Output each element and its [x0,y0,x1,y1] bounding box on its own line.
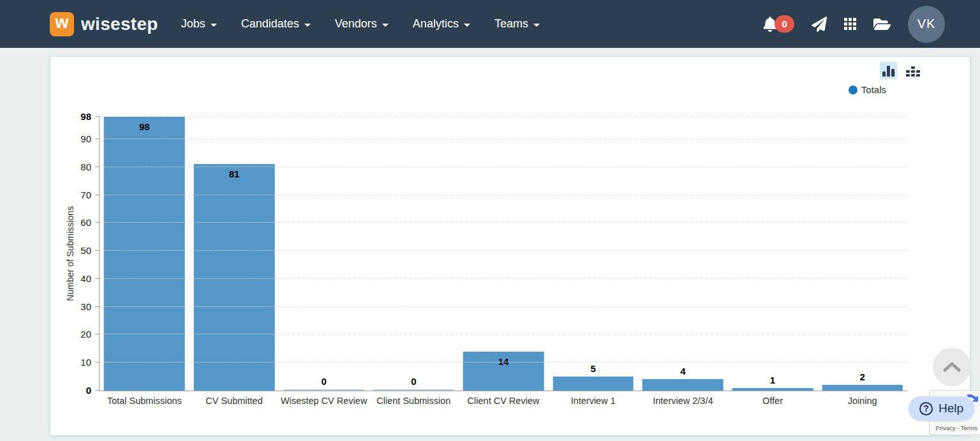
chevron-down-icon [211,24,217,27]
bar-slot: 1Offer [728,117,818,391]
submissions-chart-card: Totals Number of Submissions 98Total Sub… [50,56,970,436]
y-tick-label: 90 [80,133,91,145]
bar-value-label: 0 [411,376,416,387]
stacked-chart-icon [906,66,920,77]
user-avatar[interactable]: VK [908,6,945,43]
gridline [100,222,907,223]
y-tick-label: 40 [80,273,91,285]
send-button[interactable] [812,17,827,32]
y-tick-label: 80 [80,161,91,173]
bar[interactable] [822,385,903,391]
help-button-label: Help [939,401,963,415]
gridline [100,167,907,167]
bar-value-label: 98 [139,121,150,132]
y-tick-mark [95,116,100,117]
bar[interactable] [553,377,634,391]
help-button[interactable]: ? Help [909,396,974,421]
plot-area: Number of Submissions 98Total Submission… [100,117,907,391]
menu-item-vendors[interactable]: Vendors [323,0,401,48]
y-tick-label: 98 [80,111,91,123]
menu-item-label: Jobs [181,17,205,31]
menu-item-label: Vendors [335,17,377,31]
gridline [100,250,907,251]
y-tick-mark [95,306,100,307]
recaptcha-terms-links[interactable]: Privacy - Terms [930,424,980,431]
menu-item-label: Candidates [241,17,299,31]
folder-open-icon [873,17,891,32]
stacked-chart-view-button[interactable] [903,62,923,79]
x-axis-label: Client Submission [376,396,450,406]
legend-dot-icon [849,86,858,94]
chevron-down-icon [464,24,470,27]
y-tick-label: 0 [86,385,91,396]
scroll-to-top-button[interactable] [933,348,971,386]
notifications-button[interactable]: 0 [763,15,794,33]
menu-item-candidates[interactable]: Candidates [229,0,323,48]
gridline [100,362,907,363]
legend-item-totals[interactable]: Totals [849,84,886,95]
chevron-up-icon [943,361,961,373]
y-tick-mark [95,167,100,167]
menu-item-analytics[interactable]: Analytics [401,0,482,48]
y-tick-mark [95,390,100,391]
gridline [100,334,907,334]
bar[interactable] [104,117,185,391]
x-axis-label: Joining [848,396,877,406]
x-axis-label: CV Submitted [205,396,262,406]
y-tick-mark [95,334,100,334]
x-axis-label: Client CV Review [468,396,540,406]
menu-item-teams[interactable]: Teams [482,0,552,48]
y-tick-label: 50 [80,245,91,257]
chevron-down-icon [382,24,389,27]
bar-slot: 0Client Submission [369,117,459,391]
main-menu: Jobs Candidates Vendors Analytics Teams [169,0,552,48]
files-button[interactable] [873,17,891,32]
menu-item-jobs[interactable]: Jobs [169,0,229,48]
bar-slot: 0Wisestep CV Review [279,117,369,391]
question-mark-icon: ? [919,402,933,415]
gridline [100,195,907,195]
bar-slot: 14Client CV Review [459,117,549,391]
bar[interactable] [194,164,275,391]
y-tick-mark [95,138,100,139]
bar-slot: 98Total Submissions [100,117,189,391]
bar[interactable] [283,389,364,391]
bar[interactable] [373,389,454,391]
y-axis-title-wrap: Number of Submissions [64,117,77,391]
legend-label: Totals [861,84,886,95]
y-tick-label: 30 [80,301,91,313]
gridline [100,138,907,139]
bar-value-label: 4 [680,366,685,377]
bars: 98Total Submissions81CV Submitted0Wisest… [100,117,907,391]
y-tick-mark [95,222,100,223]
chevron-down-icon [304,24,311,27]
paper-plane-icon [812,17,827,32]
bar-value-label: 2 [860,371,865,382]
brand-name: wisestep [81,14,158,34]
y-tick-mark [95,195,100,195]
navbar-actions: 0 VK [763,6,945,43]
y-tick-mark [95,278,100,279]
chevron-down-icon [533,24,540,27]
bar-chart-icon [882,66,895,77]
gridline [100,278,907,279]
bar-value-label: 5 [591,363,596,374]
bar[interactable] [642,379,724,391]
menu-item-label: Analytics [413,17,459,31]
y-tick-label: 20 [80,329,91,340]
y-tick-mark [95,250,100,251]
apps-button[interactable] [844,18,856,30]
gridline [100,116,907,117]
bar[interactable] [732,388,813,391]
notification-count-badge: 0 [775,15,794,33]
bar-slot: 81CV Submitted [189,117,279,391]
bar-value-label: 0 [322,376,327,387]
bar-slot: 2Joining [817,117,907,391]
brand-logo-link[interactable]: w wisestep [50,12,158,36]
bar-chart-view-button[interactable] [880,62,897,79]
x-axis-label: Total Submissions [107,396,182,406]
y-axis-title: Number of Submissions [65,206,75,301]
chart-type-toolbar [880,62,923,79]
top-navbar: w wisestep Jobs Candidates Vendors Analy… [0,0,980,48]
x-axis-label: Interview 2/3/4 [653,396,713,406]
